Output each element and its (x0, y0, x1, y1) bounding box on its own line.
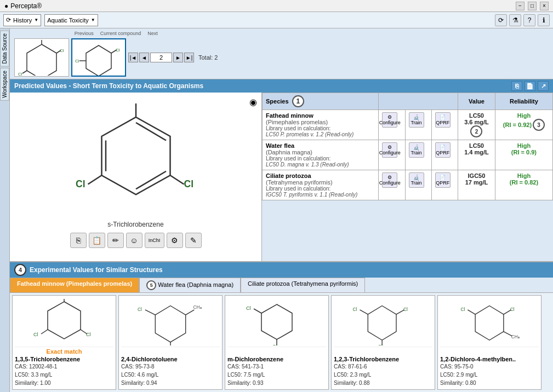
predicted-content: ◉ Cl (10, 93, 553, 261)
svg-line-3 (22, 71, 27, 73)
predicted-values-header: Predicted Values - Short Term Toxicity t… (10, 79, 553, 93)
svg-marker-12 (101, 117, 170, 194)
exp-tab-1[interactable]: 5 Water flea (Daphnia magna) (139, 278, 241, 292)
sidebar-item-workspace[interactable]: Workspace (0, 68, 9, 101)
svg-text:Cl: Cl (378, 344, 383, 345)
inchi-button[interactable]: InChI (145, 233, 164, 248)
next-button[interactable]: ► (173, 53, 183, 62)
content-area: Previous Current compound Next (10, 28, 553, 392)
history-dropdown[interactable]: ⟳ History ▼ (3, 14, 41, 26)
value-badge: 2 (470, 125, 482, 137)
sidebar-item-datasource[interactable]: Data Source (0, 31, 9, 67)
train-button[interactable]: 🔬Train (409, 112, 424, 128)
configure-cell: ⚙Configure (379, 140, 405, 170)
link-button[interactable]: ⚗ (509, 14, 521, 26)
prev-label: Previous (75, 31, 94, 37)
svg-text:Cl: Cl (184, 178, 193, 189)
exp-card-name: m-Dichlorobenzene (227, 356, 326, 362)
reliability-column-header: Reliability (495, 93, 552, 110)
svg-line-42 (360, 310, 368, 314)
radio-control[interactable]: ◉ (249, 97, 257, 107)
reliability-cell: High(RI = 0.9) (495, 140, 552, 170)
exp-card-name: 2,4-Dichlorotoluene (121, 356, 220, 362)
qprf-button[interactable]: 📄QPRF (435, 142, 451, 158)
exp-card[interactable]: Cl Cl m-Dichlorobenzene CAS: 541-73-1 LC… (225, 295, 329, 390)
configure-button[interactable]: ⚙Configure (382, 112, 397, 128)
reliability-badge: 3 (533, 119, 545, 131)
exp-card-similarity: Similarity: 1.00 (15, 379, 113, 387)
compound-name-label: s-Trichlorobenzene (107, 221, 163, 228)
app-title: Percepta® (10, 2, 42, 10)
configure-button[interactable]: ⚙Configure (382, 172, 397, 188)
exp-badge: 4 (14, 264, 26, 276)
experimental-header: 4 Experimental Values for Similar Struct… (10, 262, 553, 278)
train-button[interactable]: 🔬Train (409, 172, 424, 188)
train-button[interactable]: 🔬Train (409, 142, 424, 158)
svg-text:Cl: Cl (86, 332, 91, 337)
species-cell: Ciliate protozoa (Tetrahymena pyriformis… (263, 170, 379, 200)
species-cell: Water flea (Daphnia magna) Library used … (263, 140, 379, 170)
endpoint-dropdown[interactable]: Aquatic Toxicity ▼ (44, 14, 98, 26)
qprf-button[interactable]: 📄QPRF (435, 172, 451, 188)
exp-card-lc50: LC50: 2.9 mg/L (440, 371, 539, 379)
svg-line-37 (254, 309, 261, 313)
svg-line-34 (186, 310, 195, 315)
first-button[interactable]: |◄ (128, 53, 138, 62)
settings-button[interactable]: ⚙ (167, 233, 183, 248)
exp-tab-2[interactable]: Ciliate protozoa (Tetrahymena pyriformis… (241, 278, 365, 292)
app-logo-icon: ● (4, 2, 8, 10)
compound-structure-image: Cl Cl Cl (54, 98, 218, 218)
endpoint-label: Aquatic Toxicity (47, 17, 89, 24)
svg-text:Cl: Cl (353, 307, 357, 312)
help-button[interactable]: ? (523, 14, 535, 26)
svg-text:Cl: Cl (128, 103, 138, 105)
svg-line-49 (468, 310, 475, 314)
svg-text:Cl: Cl (76, 178, 85, 189)
exp-card[interactable]: Cl Cl CH₃ 1,2-Dichloro-4-methylben.. CAS… (437, 295, 541, 390)
pdf-icon-button[interactable]: 📄 (525, 81, 535, 91)
refresh-button[interactable]: ⟳ (495, 14, 507, 26)
exp-card-image: Cl Cl CH₃ (121, 298, 220, 347)
smiley-button[interactable]: ☺ (126, 233, 142, 248)
exact-match-label: Exact match (15, 347, 113, 356)
copy-structure-button[interactable]: ⎘ (70, 233, 87, 248)
exp-card-name: 1,2,3-Trichlorobenzene (334, 356, 432, 362)
paste-button[interactable]: 📋 (89, 233, 105, 248)
exp-results: Cl Cl Cl Exact match 1,3,5-Trichlorobenz… (10, 293, 553, 392)
main-layout: Data Source Workspace Previous Current c… (0, 28, 553, 392)
exp-card-cas: CAS: 87-61-6 (334, 362, 432, 371)
pencil-button[interactable]: ✏ (107, 233, 124, 248)
copy-icon-button[interactable]: ⎘ (511, 81, 522, 91)
qprf-cell: 📄QPRF (431, 140, 458, 170)
svg-text:Cl: Cl (138, 307, 142, 312)
exp-card[interactable]: Cl Cl Cl 1,2,3-Trichlorobenzene CAS: 87-… (331, 295, 435, 390)
prev-compound-thumb[interactable]: Cl Cl Cl (14, 38, 69, 77)
exp-card[interactable]: Cl Cl CH₃ 2,4-Dichlorotoluene CAS: 95-73… (118, 295, 223, 390)
prev-button[interactable]: ◄ (139, 53, 149, 62)
current-compound-thumb[interactable]: Cl Cl (71, 38, 126, 77)
exp-tab-0[interactable]: Fathead minnow (Pimephales promelas) (10, 278, 139, 292)
toolbar: ⟳ History ▼ Aquatic Toxicity ▼ ⟳ ⚗ ? ℹ (0, 12, 553, 28)
results-table-panel[interactable]: Species 1 Value Reliability Fathead minn… (262, 93, 553, 261)
svg-text:Cl: Cl (18, 72, 22, 76)
last-button[interactable]: ►| (184, 53, 194, 62)
current-page-input[interactable] (150, 53, 172, 62)
maximize-button[interactable]: □ (528, 2, 537, 10)
train-cell: 🔬Train (405, 170, 431, 200)
side-tabs: Data Source Workspace (0, 28, 10, 392)
exp-card-cas: CAS: 95-73-8 (121, 362, 220, 371)
configure-button[interactable]: ⚙Configure (382, 142, 397, 158)
qprf-button[interactable]: 📄QPRF (435, 112, 451, 128)
exp-card-lc50: LC50: 4.6 mg/L (121, 371, 220, 379)
svg-line-27 (41, 330, 48, 334)
edit-button[interactable]: ✎ (185, 233, 202, 248)
export-icon-button[interactable]: ↗ (538, 81, 549, 91)
exp-card-similarity: Similarity: 0.88 (334, 379, 432, 387)
exp-card[interactable]: Cl Cl Cl Exact match 1,3,5-Trichlorobenz… (12, 295, 116, 390)
info-button[interactable]: ℹ (538, 14, 550, 26)
current-compound-label: Current compound (100, 31, 141, 37)
exp-card-lc50: LC50: 7.5 mg/L (227, 371, 326, 379)
minimize-button[interactable]: − (516, 2, 525, 10)
close-button[interactable]: × (540, 2, 549, 10)
actions-column-header (379, 93, 458, 110)
